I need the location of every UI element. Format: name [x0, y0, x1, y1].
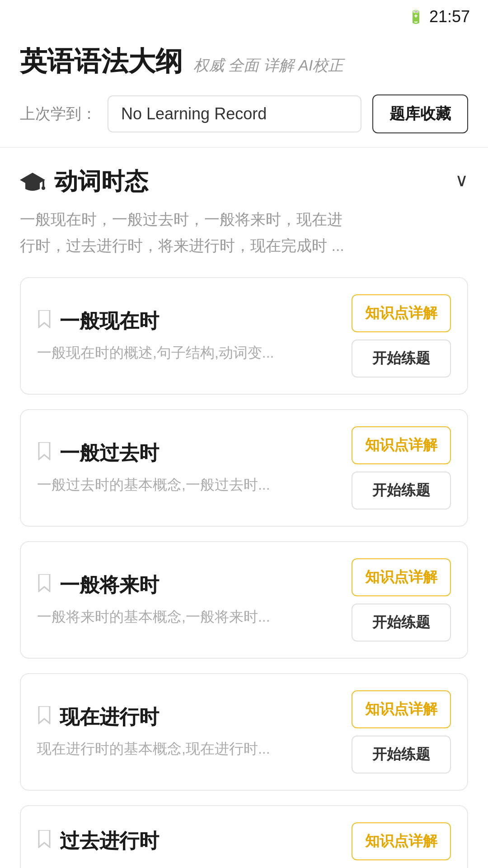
- page-title: 英语语法大纲: [20, 43, 183, 80]
- section-title: 动词时态: [54, 166, 148, 198]
- practice-button-4[interactable]: 开始练题: [352, 736, 451, 774]
- topic-title-row: 一般现在时: [37, 308, 338, 335]
- topic-title-1: 一般现在时: [60, 308, 159, 335]
- status-bar: 🔋 21:57: [0, 0, 488, 30]
- topic-title-row: 一般过去时: [37, 440, 338, 467]
- topic-actions-1: 知识点详解 开始练题: [352, 294, 451, 377]
- detail-button-1[interactable]: 知识点详解: [352, 294, 451, 332]
- practice-button-1[interactable]: 开始练题: [352, 340, 451, 377]
- last-study-input[interactable]: [108, 95, 361, 132]
- last-detail-button[interactable]: 知识点详解: [352, 822, 451, 860]
- last-card-title-row: 过去进行时: [37, 828, 352, 854]
- bookmark-icon: [37, 574, 52, 596]
- detail-button-3[interactable]: 知识点详解: [352, 558, 451, 596]
- practice-button-3[interactable]: 开始练题: [352, 604, 451, 642]
- bookmark-svg: [37, 830, 52, 848]
- topic-left: 一般过去时 一般过去时的基本概念,一般过去时...: [37, 440, 352, 495]
- section-desc: 一般现在时，一般过去时，一般将来时，现在进 行时，过去进行时，将来进行时，现在完…: [20, 207, 468, 259]
- bookmark-svg: [37, 442, 52, 460]
- main-content: 动词时态 ∨ 一般现在时，一般过去时，一般将来时，现在进 行时，过去进行时，将来…: [0, 148, 488, 868]
- section-title-row: 动词时态: [20, 166, 148, 198]
- topic-left: 现在进行时 现在进行时的基本概念,现在进行时...: [37, 704, 352, 760]
- topic-actions-4: 知识点详解 开始练题: [352, 690, 451, 774]
- bookmark-svg: [37, 310, 52, 328]
- last-topic-title: 过去进行时: [60, 828, 159, 854]
- section-header: 动词时态 ∨: [20, 166, 468, 198]
- header-actions: 上次学到： 题库收藏: [20, 94, 468, 133]
- last-card-action: 知识点详解: [352, 822, 451, 860]
- section-icon: [20, 169, 45, 194]
- graduation-cap-icon: [20, 171, 45, 193]
- topic-title-4: 现在进行时: [60, 704, 159, 731]
- topic-left: 一般现在时 一般现在时的概述,句子结构,动词变...: [37, 308, 352, 363]
- topic-card: 一般现在时 一般现在时的概述,句子结构,动词变... 知识点详解 开始练题: [20, 277, 468, 395]
- svg-point-2: [42, 186, 45, 190]
- topic-left: 一般将来时 一般将来时的基本概念,一般将来时...: [37, 572, 352, 627]
- status-time: 21:57: [429, 7, 470, 26]
- topic-desc-4: 现在进行时的基本概念,现在进行时...: [37, 738, 338, 760]
- svg-marker-0: [20, 173, 45, 187]
- topic-card: 现在进行时 现在进行时的基本概念,现在进行时... 知识点详解 开始练题: [20, 673, 468, 791]
- bookmark-icon: [37, 442, 52, 464]
- bookmark-icon: [37, 310, 52, 332]
- topic-desc-1: 一般现在时的概述,句子结构,动词变...: [37, 342, 338, 363]
- topic-list: 一般现在时 一般现在时的概述,句子结构,动词变... 知识点详解 开始练题 一般…: [20, 277, 468, 868]
- topic-card: 一般将来时 一般将来时的基本概念,一般将来时... 知识点详解 开始练题: [20, 541, 468, 659]
- detail-button-2[interactable]: 知识点详解: [352, 426, 451, 464]
- last-card-left: 过去进行时: [37, 828, 352, 854]
- bookmark-icon: [37, 830, 52, 852]
- topic-title-row: 一般将来时: [37, 572, 338, 599]
- topic-card: 一般过去时 一般过去时的基本概念,一般过去时... 知识点详解 开始练题: [20, 409, 468, 527]
- header-title-row: 英语语法大纲 权威 全面 详解 AI校正: [20, 43, 468, 80]
- bookmark-icon: [37, 706, 52, 728]
- detail-button-4[interactable]: 知识点详解: [352, 690, 451, 728]
- last-study-label: 上次学到：: [20, 104, 97, 124]
- topic-desc-3: 一般将来时的基本概念,一般将来时...: [37, 606, 338, 627]
- collection-button[interactable]: 题库收藏: [372, 94, 468, 133]
- topic-actions-3: 知识点详解 开始练题: [352, 558, 451, 642]
- page-subtitle: 权威 全面 详解 AI校正: [193, 55, 343, 76]
- last-topic-card: 过去进行时 知识点详解: [20, 805, 468, 868]
- topic-desc-2: 一般过去时的基本概念,一般过去时...: [37, 474, 338, 495]
- header: 英语语法大纲 权威 全面 详解 AI校正 上次学到： 题库收藏: [0, 30, 488, 148]
- battery-icon: 🔋: [408, 9, 424, 24]
- bookmark-svg: [37, 706, 52, 724]
- topic-actions-2: 知识点详解 开始练题: [352, 426, 451, 509]
- topic-title-3: 一般将来时: [60, 572, 159, 599]
- topic-title-2: 一般过去时: [60, 440, 159, 467]
- expand-icon[interactable]: ∨: [455, 170, 468, 190]
- bookmark-svg: [37, 574, 52, 592]
- svg-rect-1: [42, 180, 44, 187]
- practice-button-2[interactable]: 开始练题: [352, 472, 451, 509]
- topic-title-row: 现在进行时: [37, 704, 338, 731]
